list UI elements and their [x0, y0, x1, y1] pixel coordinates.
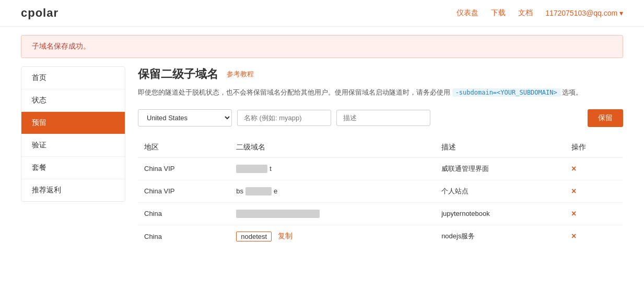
delete-button[interactable]: ×	[571, 164, 576, 173]
data-table: 地区 二级域名 描述 操作 China VIP t	[138, 137, 623, 248]
sidebar-item-home[interactable]: 首页	[21, 67, 125, 89]
sidebar-item-package[interactable]: 套餐	[21, 157, 125, 179]
domain-prefix: bs	[236, 187, 243, 195]
cell-description: jupyternotebook	[435, 202, 565, 225]
nav-docs[interactable]: 文档	[518, 8, 533, 18]
table-row: China jupyternotebook ×	[138, 202, 623, 225]
col-desc: 描述	[435, 137, 565, 158]
header: cpolar 仪表盘 下载 文档 1172075103@qq.com ▾	[0, 0, 644, 27]
domain-blurred-part	[236, 165, 267, 173]
table-row: China VIP t 威联通管理界面 ×	[138, 157, 623, 180]
desc-input[interactable]	[336, 110, 430, 126]
cell-action: ×	[565, 202, 623, 225]
cell-region: China	[138, 225, 230, 248]
success-message: 子域名保存成功。	[32, 42, 90, 50]
sidebar-item-verify[interactable]: 验证	[21, 134, 125, 157]
desc-text-1: 即使您的隧道处于脱机状态，也不会将保留域名分配给其他用户。使用保留域名启动隧道时…	[138, 88, 450, 96]
sidebar-item-referral[interactable]: 推荐返利	[21, 179, 125, 201]
region-select[interactable]: United States China China VIP	[138, 109, 232, 126]
table-row: China VIP bs e 个人站点 ×	[138, 180, 623, 202]
domain-blurred-part	[236, 210, 320, 218]
delete-button[interactable]: ×	[571, 209, 576, 218]
user-menu[interactable]: 1172075103@qq.com ▾	[545, 9, 623, 17]
nav-download[interactable]: 下载	[491, 8, 506, 18]
table-row: China nodetest 复制 nodejs服务 ×	[138, 225, 623, 248]
content-area: 保留二级子域名 参考教程 即使您的隧道处于脱机状态，也不会将保留域名分配给其他用…	[138, 66, 623, 248]
main-layout: 首页 状态 预留 验证 套餐 推荐返利 保留二级子域名 参考教程 即使您的隧道处…	[0, 66, 644, 248]
cell-region: China VIP	[138, 180, 230, 202]
save-button[interactable]: 保留	[588, 109, 623, 127]
domain-blurred-part	[245, 187, 272, 195]
cell-domain: nodetest 复制	[230, 225, 435, 248]
nodetest-domain: nodetest	[236, 232, 272, 241]
cell-action: ×	[565, 180, 623, 202]
domain-suffix: e	[274, 187, 277, 195]
col-domain: 二级域名	[230, 137, 435, 158]
sidebar: 首页 状态 预留 验证 套餐 推荐返利	[21, 66, 125, 202]
cell-action: ×	[565, 225, 623, 248]
sidebar-item-reserve[interactable]: 预留	[21, 112, 125, 134]
tutorial-link[interactable]: 参考教程	[227, 70, 254, 79]
delete-button[interactable]: ×	[571, 232, 576, 240]
cell-domain: t	[230, 157, 435, 180]
domain-suffix: t	[270, 165, 272, 172]
cell-description: nodejs服务	[435, 225, 565, 248]
content-description: 即使您的隧道处于脱机状态，也不会将保留域名分配给其他用户。使用保留域名启动隧道时…	[138, 86, 623, 99]
desc-text-2: 选项。	[562, 88, 582, 96]
success-banner: 子域名保存成功。	[21, 35, 623, 58]
name-input[interactable]	[237, 110, 331, 126]
code-hint: -subdomain=<YOUR_SUBDOMAIN>	[452, 88, 560, 97]
col-region: 地区	[138, 137, 230, 158]
cell-action: ×	[565, 157, 623, 180]
logo: cpolar	[21, 6, 58, 20]
col-action: 操作	[565, 137, 623, 158]
form-row: United States China China VIP 保留	[138, 109, 623, 127]
cell-region: China	[138, 202, 230, 225]
content-header: 保留二级子域名 参考教程	[138, 66, 623, 82]
delete-button[interactable]: ×	[571, 187, 576, 195]
cell-description: 威联通管理界面	[435, 157, 565, 180]
nav-dashboard[interactable]: 仪表盘	[456, 8, 478, 18]
cell-domain	[230, 202, 435, 225]
page-title: 保留二级子域名	[138, 66, 218, 82]
sidebar-item-status[interactable]: 状态	[21, 89, 125, 112]
header-nav: 仪表盘 下载 文档 1172075103@qq.com ▾	[456, 8, 623, 18]
table-header-row: 地区 二级域名 描述 操作	[138, 137, 623, 158]
cell-region: China VIP	[138, 157, 230, 180]
copy-button[interactable]: 复制	[278, 232, 292, 241]
cell-description: 个人站点	[435, 180, 565, 202]
cell-domain: bs e	[230, 180, 435, 202]
